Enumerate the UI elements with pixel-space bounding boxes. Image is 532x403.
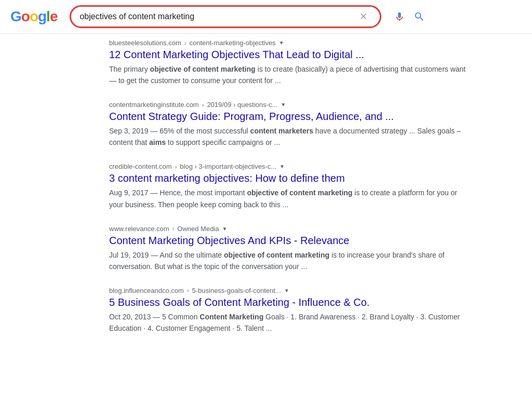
result-snippet: Oct 20, 2013 — 5 Common Content Marketin… xyxy=(109,311,468,334)
result-dropdown-icon[interactable]: ▼ xyxy=(280,164,285,169)
search-input[interactable] xyxy=(79,12,355,21)
result-snippet: Sep 3, 2019 — 65% of the most successful… xyxy=(109,125,468,148)
result-path: 5-business-goals-of-content... xyxy=(192,287,281,294)
result-url-line: blog.influenceandco.com › 5-business-goa… xyxy=(109,287,468,294)
result-path: Owned Media xyxy=(177,225,219,233)
result-url-line: bluesteelesolutions.com › content-market… xyxy=(109,39,468,47)
result-snippet: Jul 19, 2019 — And so the ultimate objec… xyxy=(109,249,468,272)
result-domain: bluesteelesolutions.com xyxy=(109,39,181,47)
header-icons xyxy=(394,9,427,24)
result-dropdown-icon[interactable]: ▼ xyxy=(284,288,289,293)
logo-e: e xyxy=(50,8,58,25)
logo-o1: o xyxy=(21,8,30,25)
result-path: blog › 3-important-objectives-c... xyxy=(180,163,276,170)
breadcrumb-separator: › xyxy=(187,287,189,293)
result-title[interactable]: Content Strategy Guide: Program, Progres… xyxy=(109,110,468,123)
result-dropdown-icon[interactable]: ▼ xyxy=(281,102,286,108)
microphone-icon[interactable] xyxy=(394,11,405,22)
result-title[interactable]: 5 Business Goals of Content Marketing - … xyxy=(109,295,468,309)
search-bar: ✕ xyxy=(70,5,381,28)
search-button[interactable] xyxy=(411,9,427,24)
breadcrumb-separator: › xyxy=(184,40,187,46)
result-url-line: contentmarketinginstitute.com › 2019/09 … xyxy=(109,101,468,109)
result-dropdown-icon[interactable]: ▼ xyxy=(279,40,284,46)
breadcrumb-separator: › xyxy=(175,164,177,170)
close-icon: ✕ xyxy=(360,11,367,22)
result-dropdown-icon[interactable]: ▼ xyxy=(222,226,228,232)
breadcrumb-separator: › xyxy=(172,225,175,232)
header: Google ✕ xyxy=(0,0,532,34)
result-domain: contentmarketinginstitute.com xyxy=(109,101,199,109)
result-domain: www.relevance.com xyxy=(109,225,169,233)
logo-G: G xyxy=(10,8,21,25)
result-domain: credible-content.com xyxy=(109,163,172,170)
result-title[interactable]: 12 Content Marketing Objectives That Lea… xyxy=(109,48,468,61)
logo-o2: o xyxy=(30,8,38,25)
result-title[interactable]: Content Marketing Objectives And KPIs - … xyxy=(109,234,468,247)
result-item: credible-content.com › blog › 3-importan… xyxy=(109,163,468,210)
result-domain: blog.influenceandco.com xyxy=(109,287,184,294)
breadcrumb-separator: › xyxy=(202,102,204,108)
result-item: blog.influenceandco.com › 5-business-goa… xyxy=(109,287,468,334)
result-url-line: credible-content.com › blog › 3-importan… xyxy=(109,163,468,170)
results-container: bluesteelesolutions.com › content-market… xyxy=(0,34,468,354)
result-snippet: The primary objective of content marketi… xyxy=(109,63,468,86)
result-path: content-marketing-objectives xyxy=(189,39,275,47)
logo-g: g xyxy=(38,8,46,25)
result-item: www.relevance.com › Owned Media ▼ Conten… xyxy=(109,225,468,272)
result-snippet: Aug 9, 2017 — Hence, the most important … xyxy=(109,187,468,210)
result-url-line: www.relevance.com › Owned Media ▼ xyxy=(109,225,468,233)
result-title[interactable]: 3 content marketing objectives: How to d… xyxy=(109,171,468,185)
logo-l: l xyxy=(46,8,50,25)
result-path: 2019/09 › questions-c... xyxy=(207,101,277,109)
result-item: bluesteelesolutions.com › content-market… xyxy=(109,39,468,86)
clear-search-button[interactable]: ✕ xyxy=(355,11,371,22)
result-item: contentmarketinginstitute.com › 2019/09 … xyxy=(109,101,468,148)
google-logo: Google xyxy=(10,8,57,25)
